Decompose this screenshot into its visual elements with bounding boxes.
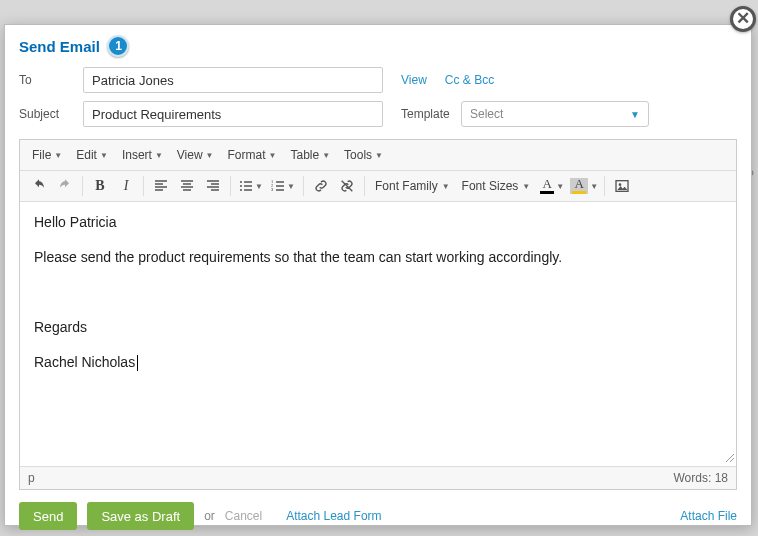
subject-row: Subject Template Select ▼ (5, 97, 751, 131)
align-center-button[interactable] (174, 173, 200, 199)
menu-format[interactable]: Format▼ (222, 144, 283, 166)
template-selected: Select (470, 107, 503, 121)
body-line (34, 282, 722, 303)
svg-point-2 (240, 189, 242, 191)
menu-file[interactable]: File▼ (26, 144, 68, 166)
template-select[interactable]: Select ▼ (461, 101, 649, 127)
undo-button[interactable] (26, 173, 52, 199)
body-line: Rachel Nicholas (34, 352, 722, 373)
cc-bcc-link[interactable]: Cc & Bcc (445, 73, 494, 87)
save-draft-button[interactable]: Save as Draft (87, 502, 194, 530)
subject-label: Subject (19, 107, 75, 121)
svg-point-1 (240, 185, 242, 187)
or-text: or (204, 509, 215, 523)
bg-color-button[interactable]: A ▼ (568, 173, 600, 199)
modal-footer: Send Save as Draft or Cancel Attach Lead… (5, 490, 751, 536)
unlink-button[interactable] (334, 173, 360, 199)
template-label: Template (401, 107, 453, 121)
close-button[interactable]: ✕ (730, 6, 756, 32)
menu-tools[interactable]: Tools▼ (338, 144, 389, 166)
link-button[interactable] (308, 173, 334, 199)
body-line: Please send the product requirements so … (34, 247, 722, 268)
editor-statusbar: p Words: 18 (20, 466, 736, 489)
rich-text-editor: File▼ Edit▼ Insert▼ View▼ Format▼ Table▼… (19, 139, 737, 490)
bold-button[interactable]: B (87, 173, 113, 199)
resize-handle[interactable] (723, 451, 735, 466)
image-button[interactable] (609, 173, 635, 199)
body-line: Hello Patricia (34, 212, 722, 233)
step-badge: 1 (107, 35, 129, 57)
svg-text:3: 3 (271, 187, 274, 192)
element-path[interactable]: p (28, 471, 35, 485)
modal-header: Send Email 1 (5, 25, 751, 63)
editor-content[interactable]: Hello Patricia Please send the product r… (20, 202, 736, 466)
send-email-modal: Send Email 1 To View Cc & Bcc Subject Te… (4, 24, 752, 526)
subject-input[interactable] (83, 101, 383, 127)
to-row: To View Cc & Bcc (5, 63, 751, 97)
menu-view[interactable]: View▼ (171, 144, 220, 166)
font-family-select[interactable]: Font Family▼ (369, 173, 456, 199)
cancel-link[interactable]: Cancel (225, 509, 262, 523)
redo-button[interactable] (52, 173, 78, 199)
modal-title: Send Email (19, 38, 100, 55)
number-list-button[interactable]: 123 ▼ (267, 173, 299, 199)
align-left-button[interactable] (148, 173, 174, 199)
menu-edit[interactable]: Edit▼ (70, 144, 114, 166)
bullet-list-button[interactable]: ▼ (235, 173, 267, 199)
to-label: To (19, 73, 75, 87)
svg-point-7 (619, 183, 622, 186)
attach-file-link[interactable]: Attach File (680, 509, 737, 523)
text-cursor (137, 355, 138, 371)
font-size-select[interactable]: Font Sizes▼ (456, 173, 537, 199)
chevron-down-icon: ▼ (630, 109, 640, 120)
word-count: Words: 18 (674, 471, 729, 485)
italic-button[interactable]: I (113, 173, 139, 199)
align-right-button[interactable] (200, 173, 226, 199)
menu-table[interactable]: Table▼ (284, 144, 336, 166)
editor-menubar: File▼ Edit▼ Insert▼ View▼ Format▼ Table▼… (20, 140, 736, 171)
send-button[interactable]: Send (19, 502, 77, 530)
editor-toolbar: B I ▼ 123 ▼ (20, 171, 736, 202)
view-link[interactable]: View (401, 73, 427, 87)
to-input[interactable] (83, 67, 383, 93)
menu-insert[interactable]: Insert▼ (116, 144, 169, 166)
text-color-button[interactable]: A ▼ (536, 173, 568, 199)
body-line: Regards (34, 317, 722, 338)
svg-point-0 (240, 181, 242, 183)
attach-lead-form-link[interactable]: Attach Lead Form (286, 509, 381, 523)
